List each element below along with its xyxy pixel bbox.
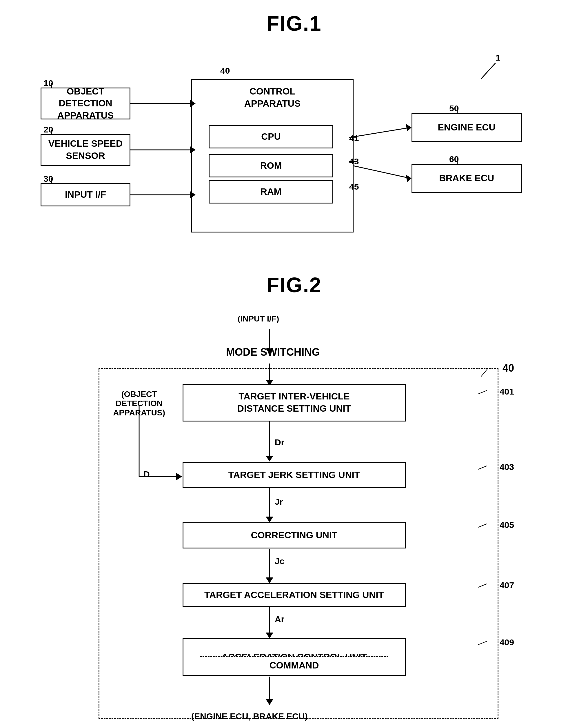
ram-box: RAM bbox=[209, 180, 333, 204]
brake-ecu-box: BRAKE ECU bbox=[412, 164, 522, 193]
target-inter-vehicle-box: TARGET INTER-VEHICLEDISTANCE SETTING UNI… bbox=[183, 384, 406, 421]
obj-detect-paren-label: (OBJECT DETECTIONAPPARATUS) bbox=[100, 390, 178, 417]
svg-line-0 bbox=[481, 63, 496, 79]
ref-30: 30 bbox=[43, 174, 53, 184]
target-accel-box: TARGET ACCELERATION SETTING UNIT bbox=[183, 583, 406, 607]
fig2-diagram: 40 (INPUT I/F) (OBJECT DETECTIONAPPARATU… bbox=[17, 308, 571, 725]
ref-41: 41 bbox=[349, 133, 359, 143]
ref-403: 403 bbox=[500, 462, 514, 472]
ref-50: 50 bbox=[449, 103, 459, 113]
engine-brake-paren-label: (ENGINE ECU, BRAKE ECU) bbox=[191, 711, 308, 721]
ref-1: 1 bbox=[496, 53, 501, 63]
var-Jc: Jc bbox=[275, 556, 284, 566]
command-box: COMMAND bbox=[200, 656, 388, 674]
ref-43: 43 bbox=[349, 157, 359, 166]
fig2-ref-40: 40 bbox=[503, 362, 514, 374]
var-Ar: Ar bbox=[275, 614, 284, 624]
input-if-box: INPUT I/F bbox=[41, 183, 130, 206]
ref-60: 60 bbox=[449, 154, 459, 164]
var-Dr: Dr bbox=[275, 437, 284, 447]
cpu-box: CPU bbox=[209, 125, 333, 148]
var-D: D bbox=[144, 469, 150, 479]
correcting-unit-box: CORRECTING UNIT bbox=[183, 522, 406, 548]
object-detection-box: OBJECT DETECTIONAPPARATUS bbox=[41, 87, 130, 120]
ref-20: 20 bbox=[43, 125, 53, 134]
mode-switching-label: MODE SWITCHING bbox=[226, 346, 320, 358]
svg-line-18 bbox=[354, 166, 410, 178]
ref-407: 407 bbox=[500, 580, 514, 590]
vehicle-speed-box: VEHICLE SPEEDSENSOR bbox=[41, 134, 130, 166]
ref-40: 40 bbox=[220, 66, 230, 76]
svg-line-16 bbox=[354, 127, 410, 137]
input-if-paren-label: (INPUT I/F) bbox=[238, 314, 279, 324]
fig1-title: FIG.1 bbox=[17, 12, 571, 35]
ref-401: 401 bbox=[500, 387, 514, 397]
var-Jr: Jr bbox=[275, 497, 283, 507]
target-jerk-box: TARGET JERK SETTING UNIT bbox=[183, 462, 406, 488]
rom-box: ROM bbox=[209, 154, 333, 178]
ref-409: 409 bbox=[500, 638, 514, 647]
fig1-diagram: 1 10 OBJECT DETECTIONAPPARATUS 20 VEHICL… bbox=[17, 47, 571, 250]
svg-marker-17 bbox=[406, 124, 412, 131]
ref-45: 45 bbox=[349, 182, 359, 192]
svg-marker-19 bbox=[406, 174, 412, 182]
engine-ecu-box: ENGINE ECU bbox=[412, 113, 522, 142]
fig2-title: FIG.2 bbox=[17, 273, 571, 297]
ref-405: 405 bbox=[500, 520, 514, 530]
